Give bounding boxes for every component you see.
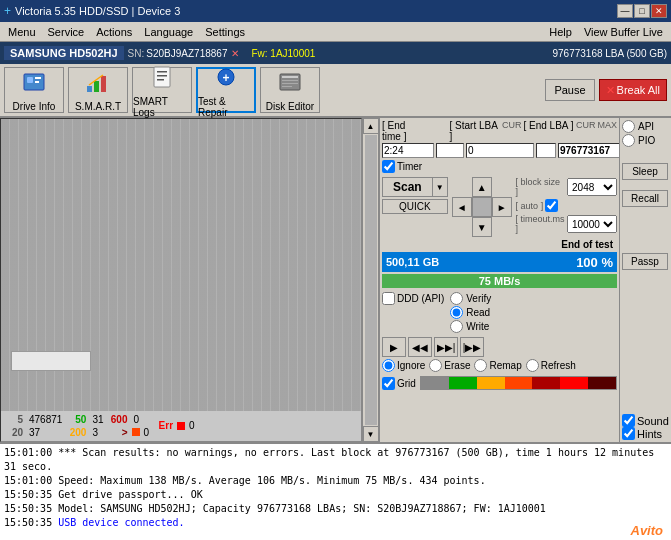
block-size-label: [ block size ] <box>516 177 565 197</box>
passp-button[interactable]: Passp <box>622 253 668 270</box>
menu-item-settings[interactable]: Settings <box>199 25 251 39</box>
ignore-radio-label[interactable]: Ignore <box>382 359 425 372</box>
sound-hints-group: Sound Hints <box>622 414 669 440</box>
api-radio[interactable] <box>622 120 635 133</box>
erase-radio-label[interactable]: Erase <box>429 359 470 372</box>
stat-count-600: 0 <box>134 414 140 425</box>
break-all-button[interactable]: ✕ Break All <box>599 79 667 101</box>
log-text-2: Speed: Maximum 138 MB/s. Average 106 MB/… <box>58 475 485 486</box>
api-radio-label[interactable]: API <box>622 120 669 133</box>
scroll-down-button[interactable]: ▼ <box>363 426 379 442</box>
ignore-radio[interactable] <box>382 359 395 372</box>
skip-forward-button[interactable]: ▶▶| <box>434 337 458 357</box>
remap-radio[interactable] <box>474 359 487 372</box>
log-time-2: 15:01:00 <box>4 475 52 486</box>
lba-values-row <box>382 143 617 158</box>
recall-button[interactable]: Recall <box>622 190 668 207</box>
arrow-down-button[interactable]: ▼ <box>472 217 492 237</box>
svg-rect-3 <box>35 81 39 83</box>
write-radio-label[interactable]: Write <box>450 320 491 333</box>
remap-radio-label[interactable]: Remap <box>474 359 521 372</box>
scroll-track[interactable] <box>365 135 377 425</box>
ignore-label: Ignore <box>397 360 425 371</box>
refresh-radio[interactable] <box>526 359 539 372</box>
auto-checkbox[interactable] <box>545 199 558 212</box>
start-lba-header-space <box>427 120 447 142</box>
arrow-right-button[interactable]: ► <box>492 197 512 217</box>
end-lba-input[interactable] <box>558 143 619 158</box>
block-timeout-panel: [ block size ] 2048 512 4096 [ auto ] [ … <box>516 177 617 234</box>
pio-radio[interactable] <box>622 134 635 147</box>
verify-radio-label[interactable]: Verify <box>450 292 491 305</box>
lba-section: [ End time ] [ Start LBA ] CUR [ End LBA… <box>382 120 617 175</box>
menu-item-viewbuffer[interactable]: View Buffer Live <box>578 25 669 39</box>
color-very-darkred <box>588 377 616 389</box>
svg-rect-2 <box>35 77 41 79</box>
verify-radio[interactable] <box>450 292 463 305</box>
scroll-up-button[interactable]: ▲ <box>363 118 379 134</box>
refresh-radio-label[interactable]: Refresh <box>526 359 576 372</box>
scan-dropdown-button[interactable]: ▼ <box>433 177 448 197</box>
read-radio-label[interactable]: Read <box>450 306 491 319</box>
menu-item-help[interactable]: Help <box>543 25 578 39</box>
drive-info-icon <box>20 68 48 99</box>
grid-checkbox-label[interactable]: Grid <box>382 377 416 390</box>
device-close-icon[interactable]: ✕ <box>231 48 239 59</box>
watermark: Avito <box>631 523 664 538</box>
stats-list-2: 50 31 200 3 <box>68 414 103 439</box>
pio-radio-label[interactable]: PIO <box>622 134 669 147</box>
menu-item-actions[interactable]: Actions <box>90 25 138 39</box>
block-size-select[interactable]: 2048 512 4096 <box>567 178 617 196</box>
disk-editor-icon <box>276 68 304 99</box>
stat-gt-indicator <box>132 428 140 436</box>
sound-checkbox[interactable] <box>622 414 635 427</box>
rewind-button[interactable]: ◀◀ <box>408 337 432 357</box>
ddd-api-checkbox[interactable] <box>382 292 395 305</box>
write-label: Write <box>466 321 489 332</box>
grid-checkbox[interactable] <box>382 377 395 390</box>
smart-button[interactable]: S.M.A.R.T <box>68 67 128 113</box>
api-label: API <box>638 121 654 132</box>
write-radio[interactable] <box>450 320 463 333</box>
menu-item-service[interactable]: Service <box>42 25 91 39</box>
stats-list-4: Err 0 <box>155 420 195 432</box>
start-lba-input[interactable] <box>466 143 534 158</box>
timeout-select[interactable]: 10000 5000 2000 <box>567 215 617 233</box>
start-lba-cur-input[interactable] <box>436 143 464 158</box>
scan-blocks <box>1 119 361 411</box>
end-time-input[interactable] <box>382 143 434 158</box>
arrow-left-button[interactable]: ◄ <box>452 197 472 217</box>
disk-editor-button[interactable]: Disk Editor <box>260 67 320 113</box>
scan-button[interactable]: Scan <box>382 177 433 197</box>
cur-col1: CUR <box>502 120 522 142</box>
timer-checkbox[interactable] <box>382 160 395 173</box>
end-lba-cur-input[interactable] <box>536 143 556 158</box>
sleep-button[interactable]: Sleep <box>622 163 668 180</box>
test-repair-label: Test & Repair <box>198 96 254 118</box>
pause-button[interactable]: Pause <box>545 79 594 101</box>
options-row: DDD (API) Verify Read Write <box>382 292 617 333</box>
hints-checkbox[interactable] <box>622 427 635 440</box>
maximize-button[interactable]: □ <box>634 4 650 18</box>
color-orange <box>477 377 505 389</box>
menu-bar: Menu Service Actions Language Settings H… <box>0 22 671 42</box>
smart-logs-button[interactable]: SMART Logs <box>132 67 192 113</box>
test-repair-button[interactable]: + Test & Repair <box>196 67 256 113</box>
ddd-api-label: DDD (API) <box>397 293 444 304</box>
drive-info-button[interactable]: Drive Info <box>4 67 64 113</box>
read-radio[interactable] <box>450 306 463 319</box>
stat-row-20: 20 37 <box>5 427 62 438</box>
close-button[interactable]: ✕ <box>651 4 667 18</box>
arrow-up-button[interactable]: ▲ <box>472 177 492 197</box>
minimize-button[interactable]: — <box>617 4 633 18</box>
hints-checkbox-label[interactable]: Hints <box>622 427 669 440</box>
app-icon: + <box>4 4 11 18</box>
sound-checkbox-label[interactable]: Sound <box>622 414 669 427</box>
skip-end-button[interactable]: |▶▶ <box>460 337 484 357</box>
play-button[interactable]: ▶ <box>382 337 406 357</box>
quick-button[interactable]: QUICK <box>382 199 448 214</box>
menu-item-language[interactable]: Language <box>138 25 199 39</box>
device-name[interactable]: SAMSUNG HD502HJ <box>4 46 124 60</box>
menu-item-menu[interactable]: Menu <box>2 25 42 39</box>
erase-radio[interactable] <box>429 359 442 372</box>
